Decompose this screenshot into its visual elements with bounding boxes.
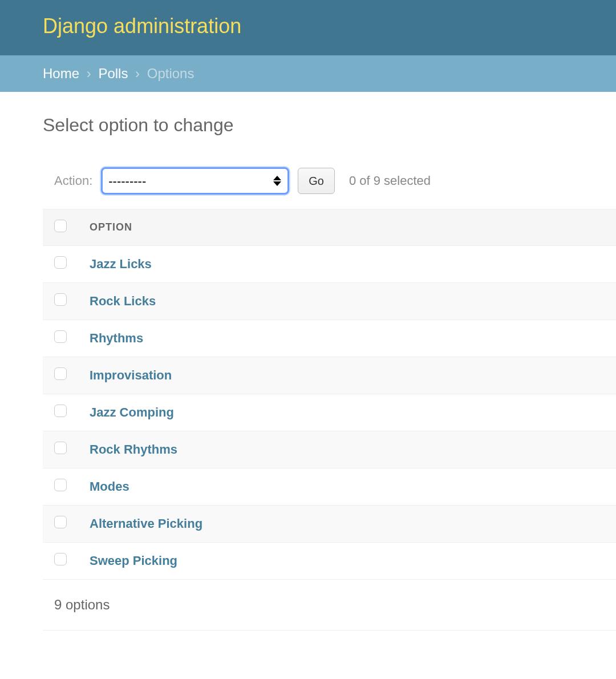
- table-row: Improvisation: [43, 357, 616, 394]
- action-select[interactable]: ---------: [101, 167, 289, 195]
- row-checkbox[interactable]: [54, 553, 67, 565]
- option-link[interactable]: Rock Rhythms: [90, 442, 177, 456]
- option-link[interactable]: Jazz Licks: [90, 257, 152, 271]
- table-row: Jazz Comping: [43, 394, 616, 431]
- option-link[interactable]: Improvisation: [90, 368, 172, 382]
- site-title: Django administration: [43, 14, 573, 38]
- table-row: Rock Rhythms: [43, 431, 616, 468]
- row-label-cell: Rock Rhythms: [78, 431, 616, 468]
- row-checkbox-cell: [43, 468, 78, 506]
- row-label-cell: Rhythms: [78, 320, 616, 357]
- breadcrumb: Home › Polls › Options: [0, 55, 616, 92]
- table-row: Jazz Licks: [43, 246, 616, 283]
- option-link[interactable]: Rock Licks: [90, 294, 156, 308]
- breadcrumb-app[interactable]: Polls: [98, 66, 128, 81]
- row-checkbox-cell: [43, 394, 78, 431]
- column-header-option[interactable]: OPTION: [78, 209, 616, 246]
- row-checkbox[interactable]: [54, 293, 67, 306]
- select-all-checkbox[interactable]: [54, 220, 67, 232]
- main-content: Select option to change Action: --------…: [0, 92, 616, 630]
- row-label-cell: Alternative Picking: [78, 506, 616, 543]
- breadcrumb-sep: ›: [135, 66, 140, 81]
- go-button[interactable]: Go: [298, 168, 335, 194]
- table-row: Rock Licks: [43, 283, 616, 320]
- row-checkbox-cell: [43, 431, 78, 468]
- row-checkbox-cell: [43, 283, 78, 320]
- table-row: Rhythms: [43, 320, 616, 357]
- changelist-table: OPTION Jazz LicksRock LicksRhythmsImprov…: [43, 209, 616, 580]
- row-checkbox[interactable]: [54, 442, 67, 454]
- action-bar: Action: --------- Go 0 of 9 selected: [43, 167, 616, 195]
- breadcrumb-sep: ›: [87, 66, 91, 81]
- paginator: 9 options: [43, 580, 616, 630]
- row-label-cell: Jazz Comping: [78, 394, 616, 431]
- row-checkbox[interactable]: [54, 256, 67, 269]
- option-link[interactable]: Rhythms: [90, 331, 143, 345]
- row-label-cell: Modes: [78, 468, 616, 506]
- row-checkbox-cell: [43, 320, 78, 357]
- row-checkbox-cell: [43, 543, 78, 580]
- row-checkbox[interactable]: [54, 516, 67, 528]
- header-bar: Django administration: [0, 0, 616, 55]
- row-label-cell: Improvisation: [78, 357, 616, 394]
- row-label-cell: Rock Licks: [78, 283, 616, 320]
- table-row: Modes: [43, 468, 616, 506]
- row-checkbox[interactable]: [54, 405, 67, 417]
- row-label-cell: Sweep Picking: [78, 543, 616, 580]
- select-all-header: [43, 209, 78, 246]
- row-label-cell: Jazz Licks: [78, 246, 616, 283]
- option-link[interactable]: Jazz Comping: [90, 405, 174, 419]
- row-checkbox[interactable]: [54, 367, 67, 380]
- row-checkbox[interactable]: [54, 330, 67, 343]
- option-link[interactable]: Sweep Picking: [90, 553, 177, 568]
- row-checkbox[interactable]: [54, 479, 67, 491]
- breadcrumb-home[interactable]: Home: [43, 66, 79, 81]
- selected-count: 0 of 9 selected: [349, 173, 431, 188]
- row-checkbox-cell: [43, 506, 78, 543]
- table-row: Alternative Picking: [43, 506, 616, 543]
- action-label: Action:: [54, 173, 92, 188]
- breadcrumb-current: Options: [147, 66, 194, 81]
- table-row: Sweep Picking: [43, 543, 616, 580]
- page-title: Select option to change: [43, 115, 616, 136]
- row-checkbox-cell: [43, 246, 78, 283]
- option-link[interactable]: Modes: [90, 479, 129, 494]
- row-checkbox-cell: [43, 357, 78, 394]
- option-link[interactable]: Alternative Picking: [90, 516, 202, 531]
